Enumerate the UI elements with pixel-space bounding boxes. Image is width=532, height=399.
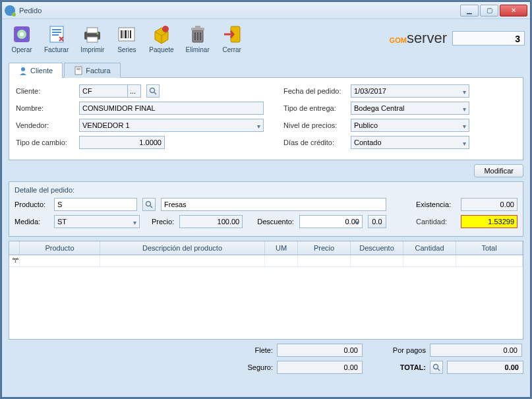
total-value: 0.00 <box>447 361 523 374</box>
grid-header-cantidad[interactable]: Cantidad <box>403 241 456 255</box>
flete-value[interactable]: 0.00 <box>277 344 363 357</box>
imprimir-icon <box>82 24 103 45</box>
svg-point-25 <box>21 67 25 71</box>
svg-rect-6 <box>52 34 59 36</box>
window: Pedido ▁ ▢ ✕ Operar Facturar Imprimir Se… <box>1 1 531 398</box>
window-title: Pedido <box>19 7 460 15</box>
grid-header-producto[interactable]: Producto <box>20 241 100 255</box>
brand: GOMserver 3 <box>390 30 525 47</box>
brand-logo: GOMserver <box>390 30 447 47</box>
content: Cliente Factura Cliente: CF... Nombre: C… <box>2 57 530 381</box>
svg-rect-20 <box>195 26 200 28</box>
paquete-icon <box>151 24 172 45</box>
tipo-cambio-label: Tipo de cambio: <box>16 138 74 146</box>
svg-rect-5 <box>52 32 61 33</box>
toolbar: Operar Facturar Imprimir Series Paquete … <box>2 19 530 57</box>
series-button[interactable]: Series <box>112 22 141 55</box>
tipo-entrega-select[interactable]: Bodega Central <box>351 102 469 115</box>
grid-header: Producto Descripción del producto UM Pre… <box>9 241 523 255</box>
cliente-label: Cliente: <box>16 87 74 95</box>
document-icon <box>74 66 83 75</box>
producto-search-button[interactable] <box>142 198 156 211</box>
paquete-button[interactable]: Paquete <box>145 22 177 55</box>
svg-rect-14 <box>125 30 127 38</box>
minimize-button[interactable]: ▁ <box>460 5 479 16</box>
vendedor-select[interactable]: VENDEDOR 1 <box>79 119 264 132</box>
titlebar: Pedido ▁ ▢ ✕ <box>2 2 530 19</box>
svg-line-34 <box>438 369 440 371</box>
total-label: TOTAL: <box>382 363 426 371</box>
vendedor-label: Vendedor: <box>16 121 74 129</box>
nombre-label: Nombre: <box>16 104 74 112</box>
medida-select[interactable]: ST <box>54 215 140 228</box>
footer: Flete: 0.00 Seguro: 0.00 Por pagos 0.00 … <box>9 340 523 378</box>
cantidad-input[interactable]: 1.53299 <box>461 215 517 228</box>
svg-line-32 <box>150 206 152 208</box>
precio-input[interactable]: 100.00 <box>179 215 243 228</box>
svg-line-30 <box>154 92 156 94</box>
operar-button[interactable]: Operar <box>7 22 36 55</box>
seguro-label: Seguro: <box>229 363 273 371</box>
facturar-button[interactable]: Facturar <box>40 22 73 55</box>
detail-section: Detalle del pedido: Producto: S Fresas E… <box>9 181 523 237</box>
eliminar-icon <box>187 24 208 45</box>
svg-rect-4 <box>52 29 61 30</box>
cerrar-button[interactable]: Cerrar <box>218 22 247 55</box>
svg-rect-22 <box>197 32 198 40</box>
grid-header-descripcion[interactable]: Descripción del producto <box>100 241 265 255</box>
producto-code-input[interactable]: S <box>54 198 137 211</box>
grid-header-precio[interactable]: Precio <box>298 241 351 255</box>
modificar-button[interactable]: Modificar <box>474 164 523 177</box>
tab-factura[interactable]: Factura <box>64 63 120 78</box>
tipo-cambio-input[interactable]: 1.0000 <box>79 136 165 149</box>
imprimir-button[interactable]: Imprimir <box>76 22 108 55</box>
total-search-button[interactable] <box>430 361 443 374</box>
dias-credito-label: Días de crédito: <box>283 138 345 146</box>
grid-header-total[interactable]: Total <box>456 241 523 255</box>
precio-label: Precio: <box>152 218 174 226</box>
dias-credito-select[interactable]: Contado <box>351 136 469 149</box>
svg-rect-16 <box>130 30 131 38</box>
svg-rect-27 <box>76 68 80 69</box>
cliente-lookup-dots[interactable]: ... <box>127 85 138 97</box>
producto-desc-input[interactable]: Fresas <box>161 198 386 211</box>
svg-rect-8 <box>87 28 98 33</box>
flete-label: Flete: <box>229 346 273 354</box>
cliente-input[interactable]: CF... <box>79 84 141 98</box>
person-icon <box>18 66 28 75</box>
grid-header-um[interactable]: UM <box>265 241 298 255</box>
existencia-value: 0.00 <box>461 198 517 211</box>
tab-cliente[interactable]: Cliente <box>9 63 63 78</box>
maximize-button[interactable]: ▢ <box>480 5 498 16</box>
descuento-label: Descuento: <box>257 218 294 226</box>
svg-rect-13 <box>123 30 123 38</box>
cantidad-label: Cantidad: <box>416 218 456 226</box>
client-panel: Cliente: CF... Nombre: CONSUMIDOR FINAL … <box>9 77 523 160</box>
svg-point-17 <box>162 26 169 32</box>
filter-icon: 🝖 <box>9 255 20 266</box>
nivel-precios-select[interactable]: Publico <box>351 119 469 132</box>
operar-icon <box>11 24 32 45</box>
grid-filter-row[interactable]: 🝖 <box>9 255 523 267</box>
facturar-icon <box>46 24 67 45</box>
porpagos-label: Por pagos <box>382 346 426 354</box>
tabs: Cliente Factura <box>9 63 523 78</box>
window-buttons: ▁ ▢ ✕ <box>460 5 527 16</box>
cliente-search-button[interactable] <box>146 84 160 98</box>
descuento-input[interactable]: 0.00 <box>299 215 363 228</box>
tipo-entrega-label: Tipo de entrega: <box>283 104 345 112</box>
seguro-value[interactable]: 0.00 <box>277 361 363 374</box>
nombre-input[interactable]: CONSUMIDOR FINAL <box>79 102 264 115</box>
descuento-reset-button[interactable]: 0.0 <box>368 215 386 228</box>
fecha-label: Fecha del pedido: <box>283 87 345 95</box>
svg-rect-15 <box>128 30 129 38</box>
series-icon <box>116 24 137 45</box>
fecha-input[interactable]: 1/03/2017 <box>351 84 469 98</box>
detail-title: Detalle del pedido: <box>15 186 517 194</box>
grid-header-selector[interactable] <box>9 241 20 255</box>
eliminar-button[interactable]: Eliminar <box>182 22 214 55</box>
grid-header-descuento[interactable]: Descuento <box>351 241 403 255</box>
close-button[interactable]: ✕ <box>500 5 527 16</box>
producto-label: Producto: <box>15 200 49 208</box>
medida-label: Medida: <box>15 218 49 226</box>
